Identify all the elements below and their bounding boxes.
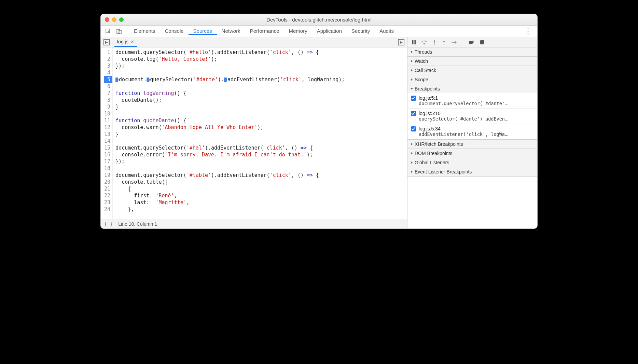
breakpoint-item[interactable]: log.js:5:34addEventListener('click', log… (407, 124, 537, 139)
step-out-icon[interactable] (442, 40, 446, 45)
tab-application[interactable]: Application (312, 28, 347, 34)
pretty-print-icon[interactable]: { } (104, 221, 113, 227)
tab-security[interactable]: Security (347, 28, 375, 34)
tab-network[interactable]: Network (217, 28, 245, 34)
file-tab-label: log.js (117, 39, 128, 44)
breakpoint-checkbox[interactable] (411, 111, 416, 116)
inspect-icon[interactable] (105, 28, 112, 35)
file-tab[interactable]: log.js ✕ (114, 38, 137, 47)
breakpoint-label: log.js:5:10 (419, 111, 441, 116)
pause-on-exceptions-icon[interactable] (480, 40, 485, 45)
breakpoint-snippet: addEventListener('click', logWa… (419, 131, 534, 137)
sources-toolbar: ▶ log.js ✕ ▶ (101, 37, 407, 47)
svg-point-5 (424, 43, 425, 44)
status-bar: { } Line 10, Column 1 (101, 219, 407, 228)
tab-performance[interactable]: Performance (245, 28, 284, 34)
navigator-toggle-icon[interactable]: ▶ (103, 39, 110, 45)
step-into-icon[interactable] (432, 40, 437, 45)
breakpoints-section[interactable]: Breakpoints (407, 84, 537, 93)
deactivate-breakpoints-icon[interactable] (469, 40, 475, 45)
debugger-toggle-icon[interactable]: ▶ (398, 39, 404, 45)
watch-section[interactable]: Watch (407, 57, 537, 66)
close-file-icon[interactable]: ✕ (130, 39, 134, 44)
svg-point-6 (434, 43, 435, 44)
svg-point-10 (452, 42, 453, 43)
tab-console[interactable]: Console (160, 28, 189, 34)
tab-audits[interactable]: Audits (375, 28, 399, 34)
code-editor[interactable]: 123456789101112131415161718192021222324 … (101, 47, 407, 219)
global-listeners-section[interactable]: Global Listeners (407, 158, 537, 167)
event-listener-breakpoints-section[interactable]: Event Listener Breakpoints (407, 167, 537, 176)
threads-section[interactable]: Threads (407, 47, 537, 56)
breakpoint-label: log.js:5:34 (419, 126, 441, 131)
breakpoint-snippet: querySelector('#dante').addEven… (419, 116, 534, 122)
tab-sources[interactable]: Sources (189, 28, 217, 35)
titlebar: DevTools - devtools.glitch.me/console/lo… (101, 14, 537, 26)
pause-icon[interactable] (412, 40, 416, 45)
window-title: DevTools - devtools.glitch.me/console/lo… (101, 17, 537, 23)
panel-tabs: ElementsConsoleSourcesNetworkPerformance… (101, 26, 537, 37)
devtools-window: DevTools - devtools.glitch.me/console/lo… (100, 14, 538, 229)
svg-point-8 (443, 43, 444, 44)
device-toggle-icon[interactable] (116, 28, 123, 35)
svg-rect-1 (117, 29, 120, 33)
tab-elements[interactable]: Elements (129, 28, 160, 34)
svg-rect-3 (412, 40, 414, 44)
callstack-section[interactable]: Call Stack (407, 66, 537, 75)
svg-rect-4 (415, 40, 416, 44)
debugger-panel: Threads Watch Call Stack Scope Breakpoin… (407, 37, 537, 228)
more-menu-icon[interactable]: ⋮ (521, 27, 535, 36)
xhr-breakpoints-section[interactable]: XHR/fetch Breakpoints (407, 140, 537, 149)
breakpoint-checkbox[interactable] (411, 126, 416, 131)
scope-section[interactable]: Scope (407, 75, 537, 84)
tab-memory[interactable]: Memory (284, 28, 312, 34)
breakpoint-item[interactable]: log.js:5:1document.querySelector('#dante… (407, 93, 537, 109)
breakpoint-checkbox[interactable] (411, 96, 416, 101)
breakpoint-item[interactable]: log.js:5:10querySelector('#dante').addEv… (407, 109, 537, 124)
cursor-position: Line 10, Column 1 (118, 221, 157, 227)
breakpoint-snippet: document.querySelector('#dante'… (419, 101, 534, 106)
dom-breakpoints-section[interactable]: DOM Breakpoints (407, 149, 537, 158)
breakpoint-label: log.js:5:1 (419, 95, 438, 101)
step-icon[interactable] (451, 40, 457, 45)
svg-rect-11 (453, 42, 455, 43)
step-over-icon[interactable] (421, 40, 427, 45)
